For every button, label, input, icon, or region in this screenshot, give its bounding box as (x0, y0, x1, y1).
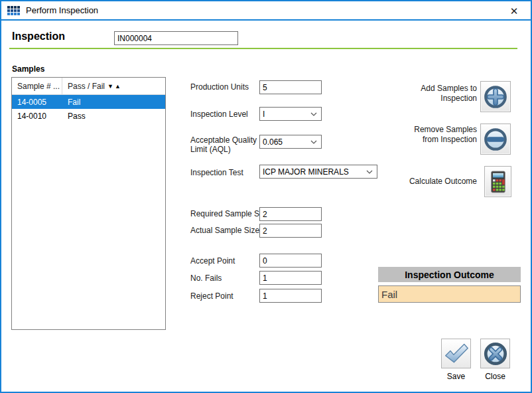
aql-select[interactable]: 0.065 (259, 135, 322, 149)
perform-inspection-dialog: Perform Inspection ✕ Inspection Samples … (0, 0, 532, 393)
separator-line (9, 48, 517, 49)
accept-point-field[interactable] (259, 254, 322, 268)
production-units-field[interactable] (259, 80, 322, 94)
reject-point-label: Reject Point (190, 291, 233, 301)
chevron-down-icon (310, 140, 317, 144)
inspection-test-label: Inspection Test (190, 168, 243, 177)
close-icon[interactable]: ✕ (507, 4, 521, 19)
plus-circle-icon (483, 84, 508, 110)
required-sample-size-label: Required Sample Size (190, 209, 269, 218)
required-sample-size-field[interactable] (259, 207, 322, 221)
remove-samples-button[interactable] (480, 123, 511, 155)
inspection-number-field[interactable] (114, 31, 238, 45)
remove-samples-label: Remove Samples from Inspection (399, 125, 477, 145)
samples-heading: Samples (12, 64, 44, 74)
sample-row[interactable]: 14-0010 Pass (12, 109, 165, 123)
save-button[interactable] (441, 339, 471, 368)
calculate-outcome-label: Calculate Outcome (383, 177, 477, 187)
inspection-level-select[interactable]: I (259, 107, 322, 121)
column-header-passfail-label: Pass / Fail (68, 82, 105, 91)
sample-result: Pass (62, 112, 165, 121)
close-button-label: Close (480, 372, 510, 381)
no-fails-label: No. Fails (190, 274, 222, 283)
sample-id: 14-0005 (12, 98, 62, 107)
checkmark-icon (444, 343, 469, 365)
inspection-level-value: I (263, 110, 265, 119)
sample-id: 14-0010 (12, 112, 62, 121)
column-header-passfail[interactable]: Pass / Fail ▼▲ (62, 78, 165, 94)
titlebar: Perform Inspection ✕ (1, 1, 531, 21)
actual-sample-size-label: Actual Sample Size (190, 226, 259, 235)
minus-circle-icon (483, 127, 508, 152)
samples-list-header: Sample # ... Pass / Fail ▼▲ (12, 78, 165, 95)
aql-value: 0.065 (263, 137, 283, 147)
close-button[interactable] (480, 339, 510, 368)
accept-point-label: Accept Point (190, 256, 235, 266)
inspection-heading: Inspection (12, 31, 65, 42)
sort-desc-icon[interactable]: ▼ (107, 83, 115, 90)
reject-point-field[interactable] (259, 289, 322, 303)
inspection-test-value: ICP MAJOR MINERALS (263, 167, 349, 177)
chevron-down-icon (310, 112, 317, 116)
app-icon (7, 6, 20, 15)
save-button-label: Save (441, 372, 471, 381)
add-samples-label: Add Samples to Inspection (399, 84, 477, 104)
calculator-icon (488, 169, 509, 195)
inspection-outcome-header: Inspection Outcome (378, 267, 521, 282)
add-samples-button[interactable] (480, 81, 511, 112)
window-title: Perform Inspection (26, 5, 98, 15)
column-header-sample[interactable]: Sample # ... (12, 78, 62, 94)
sample-row[interactable]: 14-0005 Fail (12, 95, 165, 109)
aql-label: Acceptable Quality Limit (AQL) (190, 135, 260, 154)
inspection-test-select[interactable]: ICP MAJOR MINERALS (259, 165, 377, 179)
calculate-outcome-button[interactable] (484, 166, 511, 197)
sample-result: Fail (62, 98, 165, 107)
inspection-outcome-value: Fail (378, 285, 521, 303)
chevron-down-icon (366, 170, 373, 174)
x-circle-icon (483, 341, 508, 366)
actual-sample-size-field[interactable] (259, 224, 322, 238)
production-units-label: Production Units (190, 82, 249, 92)
inspection-level-label: Inspection Level (190, 110, 248, 119)
no-fails-field[interactable] (259, 271, 322, 285)
samples-list: Sample # ... Pass / Fail ▼▲ 14-0005 Fail… (11, 77, 166, 330)
sort-asc-icon[interactable]: ▲ (115, 83, 122, 90)
